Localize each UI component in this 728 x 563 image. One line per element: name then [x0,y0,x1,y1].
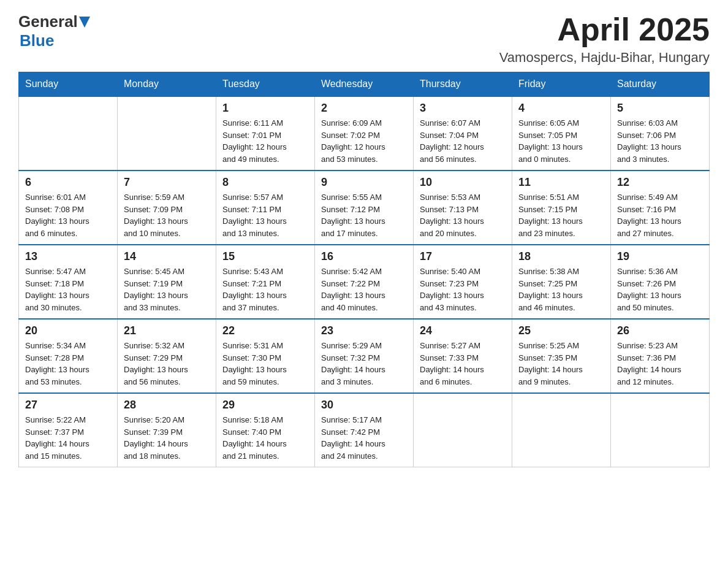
calendar-cell: 22Sunrise: 5:31 AM Sunset: 7:30 PM Dayli… [216,319,315,393]
calendar-cell: 15Sunrise: 5:43 AM Sunset: 7:21 PM Dayli… [216,245,315,319]
day-number: 11 [518,176,604,189]
day-number: 17 [420,250,506,263]
day-info: Sunrise: 5:27 AM Sunset: 7:33 PM Dayligh… [420,340,506,388]
calendar-week-row: 13Sunrise: 5:47 AM Sunset: 7:18 PM Dayli… [19,245,710,319]
day-info: Sunrise: 5:20 AM Sunset: 7:39 PM Dayligh… [124,414,210,462]
day-info: Sunrise: 5:51 AM Sunset: 7:15 PM Dayligh… [518,191,604,239]
calendar-cell: 7Sunrise: 5:59 AM Sunset: 7:09 PM Daylig… [118,170,216,245]
calendar-week-row: 27Sunrise: 5:22 AM Sunset: 7:37 PM Dayli… [19,393,710,467]
calendar-header-friday: Friday [512,72,611,97]
svg-marker-0 [79,17,90,28]
day-info: Sunrise: 6:01 AM Sunset: 7:08 PM Dayligh… [25,191,111,239]
day-info: Sunrise: 5:34 AM Sunset: 7:28 PM Dayligh… [25,340,111,388]
logo-general: General [18,12,78,31]
day-number: 18 [518,250,604,263]
day-info: Sunrise: 5:55 AM Sunset: 7:12 PM Dayligh… [321,191,407,239]
calendar-cell: 24Sunrise: 5:27 AM Sunset: 7:33 PM Dayli… [414,319,512,393]
day-number: 15 [222,250,308,263]
calendar-cell [118,96,216,170]
day-info: Sunrise: 6:07 AM Sunset: 7:04 PM Dayligh… [420,117,506,165]
day-number: 30 [321,399,407,412]
logo-triangle-icon [79,17,90,28]
day-info: Sunrise: 5:31 AM Sunset: 7:30 PM Dayligh… [222,340,308,388]
day-info: Sunrise: 5:59 AM Sunset: 7:09 PM Dayligh… [124,191,210,239]
month-title: April 2025 [499,12,710,47]
day-number: 9 [321,176,407,189]
calendar-cell: 26Sunrise: 5:23 AM Sunset: 7:36 PM Dayli… [611,319,710,393]
day-number: 26 [617,324,703,337]
day-info: Sunrise: 6:03 AM Sunset: 7:06 PM Dayligh… [617,117,703,165]
calendar-cell: 12Sunrise: 5:49 AM Sunset: 7:16 PM Dayli… [611,170,710,245]
day-info: Sunrise: 6:05 AM Sunset: 7:05 PM Dayligh… [518,117,604,165]
calendar-cell [19,96,118,170]
calendar-week-row: 1Sunrise: 6:11 AM Sunset: 7:01 PM Daylig… [19,96,710,170]
calendar-cell: 8Sunrise: 5:57 AM Sunset: 7:11 PM Daylig… [216,170,315,245]
calendar-header-monday: Monday [118,72,216,97]
day-number: 14 [124,250,210,263]
day-info: Sunrise: 5:36 AM Sunset: 7:26 PM Dayligh… [617,266,703,313]
calendar-header-wednesday: Wednesday [315,72,414,97]
calendar-cell: 17Sunrise: 5:40 AM Sunset: 7:23 PM Dayli… [414,245,512,319]
calendar-header-thursday: Thursday [414,72,512,97]
day-info: Sunrise: 5:17 AM Sunset: 7:42 PM Dayligh… [321,414,407,462]
logo: General Blue [18,12,90,50]
calendar-cell: 10Sunrise: 5:53 AM Sunset: 7:13 PM Dayli… [414,170,512,245]
day-number: 3 [420,102,506,115]
calendar-header-row: SundayMondayTuesdayWednesdayThursdayFrid… [19,72,710,97]
day-number: 12 [617,176,703,189]
calendar-cell: 29Sunrise: 5:18 AM Sunset: 7:40 PM Dayli… [216,393,315,467]
calendar-cell: 19Sunrise: 5:36 AM Sunset: 7:26 PM Dayli… [611,245,710,319]
calendar-cell: 1Sunrise: 6:11 AM Sunset: 7:01 PM Daylig… [216,96,315,170]
calendar-cell: 30Sunrise: 5:17 AM Sunset: 7:42 PM Dayli… [315,393,414,467]
location-title: Vamospercs, Hajdu-Bihar, Hungary [499,50,710,66]
day-number: 29 [222,399,308,412]
day-info: Sunrise: 5:22 AM Sunset: 7:37 PM Dayligh… [25,414,111,462]
day-number: 4 [518,102,604,115]
calendar-cell: 14Sunrise: 5:45 AM Sunset: 7:19 PM Dayli… [118,245,216,319]
day-number: 28 [124,399,210,412]
calendar-cell [512,393,611,467]
calendar-cell: 18Sunrise: 5:38 AM Sunset: 7:25 PM Dayli… [512,245,611,319]
day-info: Sunrise: 5:53 AM Sunset: 7:13 PM Dayligh… [420,191,506,239]
day-info: Sunrise: 5:32 AM Sunset: 7:29 PM Dayligh… [124,340,210,388]
calendar-header-sunday: Sunday [19,72,118,97]
day-number: 22 [222,324,308,337]
day-number: 6 [25,176,111,189]
day-info: Sunrise: 5:18 AM Sunset: 7:40 PM Dayligh… [222,414,308,462]
calendar-header-tuesday: Tuesday [216,72,315,97]
day-number: 2 [321,102,407,115]
day-number: 1 [222,102,308,115]
logo-blue: Blue [20,31,90,50]
day-number: 24 [420,324,506,337]
calendar-cell: 13Sunrise: 5:47 AM Sunset: 7:18 PM Dayli… [19,245,118,319]
day-number: 8 [222,176,308,189]
day-number: 19 [617,250,703,263]
day-info: Sunrise: 5:49 AM Sunset: 7:16 PM Dayligh… [617,191,703,239]
calendar-cell: 9Sunrise: 5:55 AM Sunset: 7:12 PM Daylig… [315,170,414,245]
day-info: Sunrise: 6:09 AM Sunset: 7:02 PM Dayligh… [321,117,407,165]
day-number: 10 [420,176,506,189]
day-info: Sunrise: 5:23 AM Sunset: 7:36 PM Dayligh… [617,340,703,388]
calendar-cell: 11Sunrise: 5:51 AM Sunset: 7:15 PM Dayli… [512,170,611,245]
day-info: Sunrise: 5:57 AM Sunset: 7:11 PM Dayligh… [222,191,308,239]
day-number: 21 [124,324,210,337]
calendar-cell: 4Sunrise: 6:05 AM Sunset: 7:05 PM Daylig… [512,96,611,170]
calendar-cell: 2Sunrise: 6:09 AM Sunset: 7:02 PM Daylig… [315,96,414,170]
calendar-cell: 28Sunrise: 5:20 AM Sunset: 7:39 PM Dayli… [118,393,216,467]
day-number: 16 [321,250,407,263]
page-header: General Blue April 2025 Vamospercs, Hajd… [18,12,710,66]
title-block: April 2025 Vamospercs, Hajdu-Bihar, Hung… [499,12,710,66]
day-number: 27 [25,399,111,412]
calendar-week-row: 20Sunrise: 5:34 AM Sunset: 7:28 PM Dayli… [19,319,710,393]
calendar-cell: 27Sunrise: 5:22 AM Sunset: 7:37 PM Dayli… [19,393,118,467]
day-info: Sunrise: 5:42 AM Sunset: 7:22 PM Dayligh… [321,266,407,313]
calendar-cell: 6Sunrise: 6:01 AM Sunset: 7:08 PM Daylig… [19,170,118,245]
calendar-cell [611,393,710,467]
day-info: Sunrise: 5:25 AM Sunset: 7:35 PM Dayligh… [518,340,604,388]
day-number: 13 [25,250,111,263]
day-info: Sunrise: 5:43 AM Sunset: 7:21 PM Dayligh… [222,266,308,313]
day-number: 23 [321,324,407,337]
calendar-header-saturday: Saturday [611,72,710,97]
day-info: Sunrise: 5:40 AM Sunset: 7:23 PM Dayligh… [420,266,506,313]
day-number: 25 [518,324,604,337]
